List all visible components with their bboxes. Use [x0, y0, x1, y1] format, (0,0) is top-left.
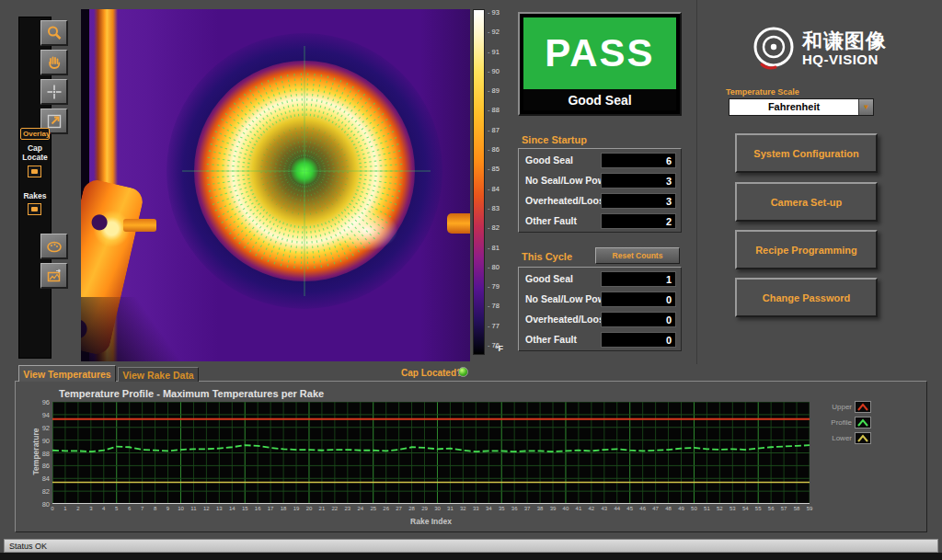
- counter-label: Good Seal: [525, 154, 573, 166]
- x-tick-label: 28: [406, 506, 419, 511]
- brand-name-english: HQ-VISION: [802, 51, 879, 67]
- x-tick-label: 4: [98, 506, 110, 511]
- x-tick-label: 44: [611, 506, 624, 511]
- tab-view-temperatures[interactable]: View Temperatures: [18, 365, 116, 382]
- scale-unit-label: °F: [495, 344, 503, 353]
- x-tick-label: 52: [713, 506, 726, 511]
- counter-value: 3: [601, 173, 676, 189]
- scale-tick-label: 79: [488, 283, 508, 291]
- legend-swatch: [855, 432, 871, 444]
- scale-tick-label: 80: [488, 264, 508, 271]
- x-tick-label: 33: [469, 506, 482, 511]
- x-tick-label: 31: [443, 506, 456, 511]
- x-tick-label: 6: [123, 506, 136, 511]
- x-tick-label: 24: [354, 506, 367, 511]
- x-tick-label: 5: [110, 506, 123, 511]
- y-tick-label: 96: [33, 398, 50, 406]
- counter-value: 1: [601, 271, 676, 287]
- system-configuration-button[interactable]: System Configuration: [735, 133, 878, 173]
- x-tick-label: 29: [419, 506, 431, 511]
- scale-tick-label: 90: [488, 68, 508, 75]
- scale-tick-label: 84: [488, 186, 508, 193]
- x-tick-label: 14: [225, 506, 238, 511]
- x-axis-ticks: 0123456789101112131415161718192021222324…: [52, 506, 810, 515]
- x-tick-label: 54: [739, 506, 752, 511]
- profile-glyph: [856, 418, 869, 428]
- x-axis-label: Rake Index: [52, 517, 810, 526]
- result-detail-text: Good Seal: [523, 89, 676, 110]
- x-tick-label: 12: [200, 506, 213, 511]
- x-tick-label: 18: [277, 506, 290, 511]
- x-tick-label: 45: [624, 506, 637, 511]
- counter-label: Overheated/Loose: [525, 195, 610, 206]
- scale-tick-label: 93: [488, 9, 508, 17]
- overlay-section-label: Overlay: [20, 128, 50, 140]
- color-scale-ticks: 939291908988878685848382818079787776: [488, 9, 508, 355]
- scale-tick-label: 87: [488, 127, 508, 134]
- cap-locate-checkbox[interactable]: [28, 166, 41, 177]
- x-tick-label: 19: [290, 506, 303, 511]
- temperature-scale-value: Fahrenheit: [729, 99, 858, 115]
- x-tick-label: 34: [482, 506, 495, 511]
- scale-tick-label: 83: [488, 205, 508, 212]
- counter-value: 0: [601, 291, 676, 307]
- y-tick-label: 86: [33, 462, 50, 470]
- x-tick-label: 49: [675, 506, 688, 511]
- cursor-tool-button[interactable]: [40, 79, 68, 105]
- export-image-button[interactable]: [40, 263, 68, 289]
- app-window: Overlay Cap Locate Rakes: [0, 0, 942, 560]
- palette-icon: [45, 237, 63, 256]
- x-tick-label: 40: [559, 506, 572, 511]
- counter-value: 2: [601, 213, 676, 229]
- x-tick-label: 1: [59, 506, 72, 511]
- thermal-image-display[interactable]: [81, 9, 470, 361]
- temperature-profile-plot: [52, 402, 810, 504]
- cap-located-led: [458, 367, 468, 377]
- counter-label: Overheated/Loose: [525, 314, 610, 325]
- zoom-tool-button[interactable]: [40, 20, 68, 46]
- pan-tool-button[interactable]: [40, 50, 68, 75]
- x-tick-label: 41: [572, 506, 585, 511]
- bottom-edge: [0, 553, 942, 560]
- rakes-checkbox[interactable]: [28, 203, 41, 215]
- tab-view-rake-data[interactable]: View Rake Data: [118, 367, 199, 382]
- crosshair-icon: [45, 83, 63, 101]
- legend-item-profile: Profile: [819, 417, 871, 429]
- palette-button[interactable]: [40, 234, 68, 259]
- reset-counts-button[interactable]: Reset Counts: [595, 247, 680, 264]
- x-tick-label: 0: [46, 506, 59, 511]
- hq-vision-logo-icon: [751, 24, 797, 74]
- x-tick-label: 35: [495, 506, 508, 511]
- right-fixture-stub: [447, 213, 470, 234]
- x-tick-label: 21: [316, 506, 328, 511]
- x-tick-label: 38: [534, 506, 546, 511]
- counter-label: Good Seal: [525, 273, 573, 284]
- temperature-scale-dropdown[interactable]: Fahrenheit ▼: [729, 98, 874, 116]
- x-tick-label: 53: [726, 506, 739, 511]
- counter-label: Other Fault: [525, 215, 577, 226]
- legend-swatch: [855, 401, 871, 413]
- x-tick-label: 30: [431, 506, 443, 511]
- x-tick-label: 13: [213, 506, 225, 511]
- y-axis-ticks: 969492908886848280: [33, 402, 50, 504]
- chart-title: Temperature Profile - Maximum Temperatur…: [59, 388, 324, 399]
- scale-tick-label: 89: [488, 87, 508, 95]
- change-password-button[interactable]: Change Password: [735, 278, 878, 317]
- y-tick-label: 94: [33, 411, 50, 419]
- y-tick-label: 82: [33, 487, 50, 496]
- x-tick-label: 47: [649, 506, 662, 511]
- x-tick-label: 11: [187, 506, 200, 511]
- scale-tick-label: 88: [488, 107, 508, 114]
- camera-setup-button[interactable]: Camera Set-up: [735, 182, 878, 222]
- x-tick-label: 39: [546, 506, 559, 511]
- x-tick-label: 32: [456, 506, 469, 511]
- x-tick-label: 57: [777, 506, 790, 511]
- dropdown-arrow-icon[interactable]: ▼: [858, 99, 873, 115]
- x-tick-label: 23: [341, 506, 354, 511]
- temperature-scale-label: Temperature Scale: [726, 87, 799, 97]
- recipe-programming-button[interactable]: Recipe Programming: [735, 230, 878, 269]
- legend-item-lower: Lower: [819, 432, 871, 444]
- scale-tick-label: 92: [488, 29, 508, 36]
- x-tick-label: 37: [521, 506, 534, 511]
- x-tick-label: 15: [238, 506, 251, 511]
